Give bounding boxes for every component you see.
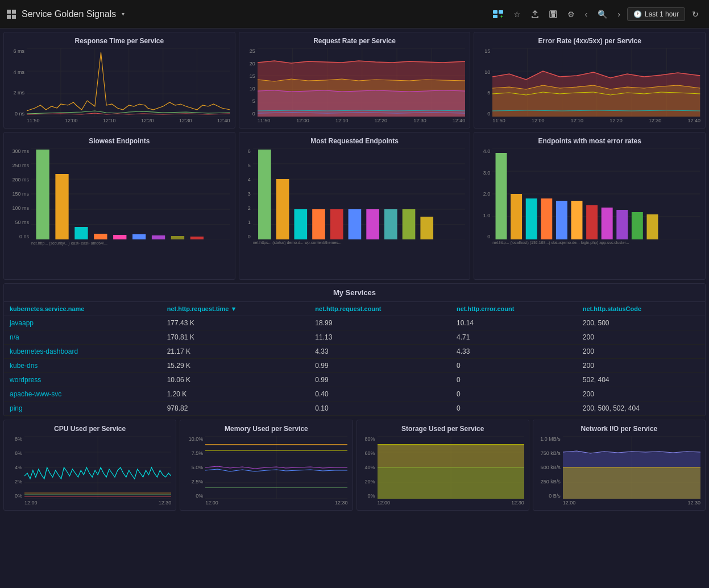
svg-rect-71 bbox=[330, 209, 343, 239]
svg-rect-73 bbox=[366, 209, 379, 239]
prev-button[interactable]: ‹ bbox=[582, 7, 591, 21]
table-row[interactable]: javaapp177.43 K18.9910.14200, 500 bbox=[4, 316, 705, 330]
col-status-code[interactable]: net.http.statusCode bbox=[577, 302, 705, 316]
svg-rect-84 bbox=[526, 198, 537, 239]
cpu-chart: CPU Used per Service 8% 6% 4% 2% 0% bbox=[3, 420, 176, 511]
star-button[interactable]: ☆ bbox=[510, 7, 524, 21]
zoom-button[interactable]: 🔍 bbox=[594, 7, 611, 21]
svg-rect-82 bbox=[496, 153, 507, 239]
svg-marker-43 bbox=[492, 85, 700, 117]
cpu-svg bbox=[24, 436, 171, 499]
slowest-endpoints-svg bbox=[31, 148, 230, 239]
network-chart: Network I/O per Service 1.0 MB/s 750 kB/… bbox=[533, 420, 706, 511]
error-endpoints-svg bbox=[492, 148, 700, 239]
svg-rect-69 bbox=[294, 209, 307, 239]
share-button[interactable] bbox=[528, 8, 542, 20]
storage-svg bbox=[378, 436, 524, 499]
clock-icon: 🕐 bbox=[633, 10, 642, 18]
settings-button[interactable]: ⚙ bbox=[564, 7, 578, 21]
table-header-row: kubernetes.service.name net.http.request… bbox=[4, 302, 705, 316]
page-title: Service Golden Signals bbox=[22, 9, 116, 19]
services-table: kubernetes.service.name net.http.request… bbox=[4, 302, 705, 416]
svg-rect-76 bbox=[420, 217, 433, 239]
col-error-count[interactable]: net.http.error.count bbox=[451, 302, 577, 316]
svg-rect-2 bbox=[493, 15, 497, 18]
svg-rect-56 bbox=[132, 234, 146, 239]
svg-rect-85 bbox=[541, 198, 553, 239]
charts-row-3: CPU Used per Service 8% 6% 4% 2% 0% bbox=[3, 420, 706, 511]
save-button[interactable] bbox=[546, 8, 561, 20]
svg-rect-5 bbox=[551, 11, 555, 14]
cpu-title: CPU Used per Service bbox=[9, 425, 171, 433]
charts-row-1: Response Time per Service 6 ms 4 ms 2 ms… bbox=[3, 32, 706, 129]
add-panel-button[interactable]: + bbox=[490, 8, 507, 20]
slowest-endpoints-title: Slowest Endpoints bbox=[9, 137, 230, 145]
svg-rect-88 bbox=[586, 205, 598, 239]
top-header: Service Golden Signals ▾ + ☆ ⚙ ‹ 🔍 › 🕐 L… bbox=[0, 0, 709, 28]
col-service-name[interactable]: kubernetes.service.name bbox=[4, 302, 161, 316]
table-row[interactable]: kube-dns15.29 K0.990200 bbox=[4, 359, 705, 373]
svg-rect-54 bbox=[94, 234, 107, 239]
most-requested-title: Most Requested Endpoints bbox=[244, 137, 466, 145]
svg-text:+: + bbox=[500, 14, 503, 18]
svg-rect-74 bbox=[384, 209, 397, 239]
error-rate-chart: Error Rate (4xx/5xx) per Service 15 10 5… bbox=[474, 32, 706, 129]
svg-rect-83 bbox=[511, 194, 522, 239]
svg-rect-75 bbox=[402, 209, 415, 239]
error-rate-svg bbox=[492, 48, 700, 117]
svg-rect-92 bbox=[647, 214, 658, 239]
title-dropdown-icon[interactable]: ▾ bbox=[122, 11, 125, 17]
header-left: Service Golden Signals ▾ bbox=[7, 9, 125, 19]
services-table-panel: My Services kubernetes.service.name net.… bbox=[3, 283, 706, 416]
time-range-button[interactable]: 🕐 Last 1 hour bbox=[627, 7, 685, 21]
svg-rect-58 bbox=[171, 236, 184, 239]
time-range-label: Last 1 hour bbox=[645, 10, 679, 18]
svg-rect-67 bbox=[258, 150, 271, 239]
svg-rect-52 bbox=[55, 174, 68, 239]
svg-rect-89 bbox=[602, 208, 613, 239]
table-row[interactable]: kubernetes-dashboard21.17 K4.334.33200 bbox=[4, 345, 705, 359]
col-request-count[interactable]: net.http.request.count bbox=[309, 302, 451, 316]
col-request-time[interactable]: net.http.request.time ▼ bbox=[161, 302, 310, 316]
svg-rect-0 bbox=[493, 10, 497, 14]
network-svg bbox=[563, 436, 700, 499]
request-rate-title: Request Rate per Service bbox=[244, 37, 466, 45]
table-body: javaapp177.43 K18.9910.14200, 500n/a170.… bbox=[4, 316, 705, 416]
network-title: Network I/O per Service bbox=[538, 425, 700, 433]
svg-rect-53 bbox=[74, 227, 88, 239]
svg-rect-51 bbox=[36, 150, 49, 239]
slowest-endpoints-chart: Slowest Endpoints 300 ms 250 ms 200 ms 1… bbox=[3, 132, 235, 280]
response-time-title: Response Time per Service bbox=[9, 37, 230, 45]
svg-rect-7 bbox=[27, 48, 230, 117]
main-content: Response Time per Service 6 ms 4 ms 2 ms… bbox=[0, 28, 709, 588]
response-time-chart: Response Time per Service 6 ms 4 ms 2 ms… bbox=[3, 32, 235, 129]
table-row[interactable]: apache-www-svc1.20 K0.400200 bbox=[4, 387, 705, 401]
charts-row-2: Slowest Endpoints 300 ms 250 ms 200 ms 1… bbox=[3, 132, 706, 280]
refresh-button[interactable]: ↻ bbox=[689, 7, 702, 21]
table-row[interactable]: wordpress10.06 K0.990502, 404 bbox=[4, 373, 705, 387]
svg-rect-1 bbox=[499, 10, 503, 14]
svg-rect-55 bbox=[113, 235, 126, 239]
storage-title: Storage Used per Service bbox=[362, 425, 524, 433]
table-row[interactable]: n/a170.81 K11.134.71200 bbox=[4, 330, 705, 345]
request-rate-chart: Request Rate per Service 25 20 15 10 5 0 bbox=[239, 32, 471, 129]
svg-marker-124 bbox=[563, 467, 700, 499]
svg-rect-86 bbox=[556, 201, 567, 239]
response-time-svg bbox=[27, 48, 230, 117]
next-button[interactable]: › bbox=[614, 7, 624, 21]
svg-rect-90 bbox=[617, 210, 628, 239]
svg-rect-57 bbox=[152, 235, 165, 239]
svg-rect-91 bbox=[632, 212, 643, 239]
svg-rect-68 bbox=[276, 179, 289, 239]
error-rate-title: Error Rate (4xx/5xx) per Service bbox=[479, 37, 700, 45]
svg-rect-72 bbox=[348, 209, 361, 239]
services-table-title: My Services bbox=[4, 284, 705, 302]
most-requested-chart: Most Requested Endpoints 6 5 4 3 2 1 0 bbox=[239, 132, 471, 280]
svg-rect-6 bbox=[552, 14, 555, 17]
memory-title: Memory Used per Service bbox=[185, 425, 347, 433]
svg-marker-115 bbox=[378, 467, 524, 499]
error-endpoints-title: Endpoints with most error rates bbox=[479, 137, 700, 145]
table-row[interactable]: ping978.820.100200, 500, 502, 404 bbox=[4, 401, 705, 416]
svg-rect-87 bbox=[571, 201, 583, 239]
app-logo[interactable] bbox=[7, 10, 16, 19]
